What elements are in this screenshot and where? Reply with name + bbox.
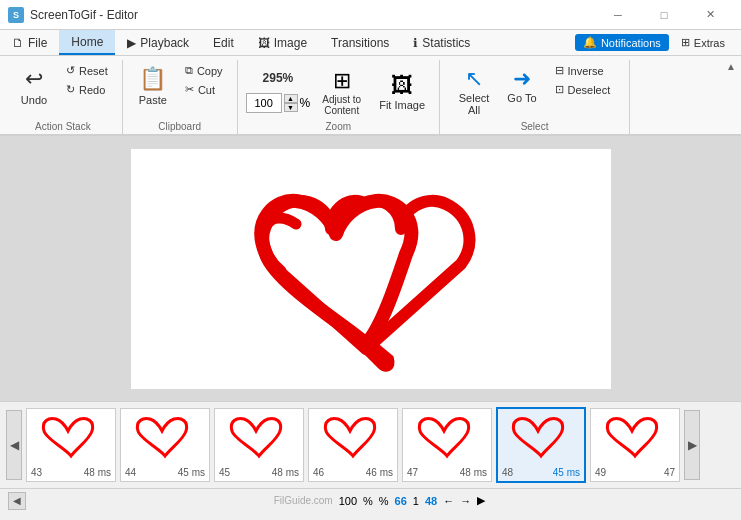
frame-46-thumbnail — [313, 411, 393, 466]
menu-playback[interactable]: ▶ Playback — [115, 30, 201, 55]
main-canvas-area — [0, 136, 741, 401]
app-icon: S — [8, 7, 24, 23]
frame-47-num: 47 — [407, 467, 418, 478]
adjust-label: Adjust toContent — [322, 94, 361, 116]
frame-47[interactable]: 47 48 ms — [402, 408, 492, 482]
action-stack-label: Action Stack — [12, 121, 114, 134]
frame-43-info: 43 48 ms — [29, 466, 113, 479]
nav-prev-button[interactable]: ◀ — [8, 492, 26, 510]
copy-button[interactable]: ⧉ Copy — [179, 62, 229, 79]
menu-transitions-label: Transitions — [331, 36, 389, 50]
frame-49-ms: 47 — [664, 467, 675, 478]
zoom-down-button[interactable]: ▼ — [284, 103, 298, 112]
frame-46-ms: 46 ms — [366, 467, 393, 478]
deselect-icon: ⊡ — [555, 83, 564, 96]
maximize-button[interactable]: □ — [641, 0, 687, 30]
frame-44-ms: 45 ms — [178, 467, 205, 478]
frame-44-thumbnail — [125, 411, 205, 466]
menu-statistics[interactable]: ℹ Statistics — [401, 30, 482, 55]
deselect-button[interactable]: ⊡ Deselect — [549, 81, 617, 98]
reset-label: Reset — [79, 65, 108, 77]
frame-48[interactable]: 48 45 ms — [496, 407, 586, 483]
reset-icon: ↺ — [66, 64, 75, 77]
zoom-group: 295% ▲ ▼ % ⊞ Adjust toContent 🖼 Fit Imag… — [238, 60, 440, 134]
nav-forward-button[interactable]: → — [460, 495, 471, 507]
redo-icon: ↻ — [66, 83, 75, 96]
fit-image-button[interactable]: 🖼 Fit Image — [373, 69, 431, 115]
paste-button[interactable]: 📋 Paste — [131, 62, 175, 110]
frame-44-num: 44 — [125, 467, 136, 478]
frame-46-info: 46 46 ms — [311, 466, 395, 479]
select-content: ↖ SelectAll ➜ Go To ⊟ Inverse ⊡ Deselect — [453, 62, 617, 121]
select-label: Select — [448, 121, 621, 134]
goto-icon: ➜ — [513, 66, 531, 92]
zoom-status-label: 100 — [339, 495, 357, 507]
playback-icon: ▶ — [127, 36, 136, 50]
extras-button[interactable]: ⊞ Extras — [673, 34, 733, 51]
redo-button[interactable]: ↻ Redo — [60, 81, 114, 98]
undo-button[interactable]: ↩ Undo — [12, 62, 56, 110]
filmstrip-scroll-right[interactable]: ▶ — [684, 410, 700, 480]
menu-home-label: Home — [71, 35, 103, 49]
reset-button[interactable]: ↺ Reset — [60, 62, 114, 79]
notifications-button[interactable]: 🔔 Notifications — [575, 34, 669, 51]
frame-43-num: 43 — [31, 467, 42, 478]
frame-44-info: 44 45 ms — [123, 466, 207, 479]
close-button[interactable]: ✕ — [687, 0, 733, 30]
menu-image-label: Image — [274, 36, 307, 50]
frame-progress: 66 — [395, 495, 407, 507]
frame-43[interactable]: 43 48 ms — [26, 408, 116, 482]
cut-label: Cut — [198, 84, 215, 96]
minimize-button[interactable]: ─ — [595, 0, 641, 30]
undo-label: Undo — [21, 94, 47, 106]
frame-45[interactable]: 45 48 ms — [214, 408, 304, 482]
inverse-button[interactable]: ⊟ Inverse — [549, 62, 617, 79]
zoom-input[interactable] — [246, 93, 282, 113]
copy-label: Copy — [197, 65, 223, 77]
copy-icon: ⧉ — [185, 64, 193, 77]
zoom-295-button[interactable]: 295% — [257, 69, 300, 87]
menu-edit[interactable]: Edit — [201, 30, 246, 55]
nav-back-button[interactable]: ← — [443, 495, 454, 507]
action-stack-content: ↩ Undo ↺ Reset ↻ Redo — [12, 62, 114, 121]
inverse-deselect-col: ⊟ Inverse ⊡ Deselect — [549, 62, 617, 98]
frame-49[interactable]: 49 47 — [590, 408, 680, 482]
zoom-up-button[interactable]: ▲ — [284, 94, 298, 103]
frame-44[interactable]: 44 45 ms — [120, 408, 210, 482]
cut-button[interactable]: ✂ Cut — [179, 81, 229, 98]
zoom-spinner: ▲ ▼ — [284, 94, 298, 112]
ribbon-collapse-button[interactable]: ▲ — [721, 56, 741, 76]
scissors-icon: ✂ — [185, 83, 194, 96]
menu-file[interactable]: 🗋 File — [0, 30, 59, 55]
title-bar-controls: ─ □ ✕ — [595, 0, 733, 30]
menu-right: 🔔 Notifications ⊞ Extras — [575, 30, 741, 55]
adjust-to-content-button[interactable]: ⊞ Adjust toContent — [316, 64, 367, 120]
frame-45-info: 45 48 ms — [217, 466, 301, 479]
frame-48-ms: 45 ms — [553, 467, 580, 478]
frame-43-ms: 48 ms — [84, 467, 111, 478]
statistics-icon: ℹ — [413, 36, 418, 50]
frame-49-info: 49 47 — [593, 466, 677, 479]
menu-home[interactable]: Home — [59, 30, 115, 55]
goto-label: Go To — [507, 92, 536, 104]
nav-next-button[interactable]: ▶ — [477, 494, 485, 507]
canvas-container — [131, 149, 611, 389]
menu-transitions[interactable]: Transitions — [319, 30, 401, 55]
clipboard-content: 📋 Paste ⧉ Copy ✂ Cut — [131, 62, 229, 121]
menu-image[interactable]: 🖼 Image — [246, 30, 319, 55]
select-group: ↖ SelectAll ➜ Go To ⊟ Inverse ⊡ Deselect… — [440, 60, 630, 134]
frame-47-thumbnail — [407, 411, 487, 466]
watermark: FilGuide.com — [274, 495, 333, 506]
file-icon: 🗋 — [12, 36, 24, 50]
filmstrip-scroll-left[interactable]: ◀ — [6, 410, 22, 480]
frame-count: 48 — [425, 495, 437, 507]
goto-button[interactable]: ➜ Go To — [501, 62, 542, 108]
select-all-button[interactable]: ↖ SelectAll — [453, 62, 496, 120]
menu-bar: 🗋 File Home ▶ Playback Edit 🖼 Image Tran… — [0, 30, 741, 56]
frame-46[interactable]: 46 46 ms — [308, 408, 398, 482]
redo-label: Redo — [79, 84, 105, 96]
menu-statistics-label: Statistics — [422, 36, 470, 50]
frame-48-info: 48 45 ms — [500, 466, 582, 479]
canvas-drawing — [131, 149, 611, 389]
menu-playback-label: Playback — [140, 36, 189, 50]
